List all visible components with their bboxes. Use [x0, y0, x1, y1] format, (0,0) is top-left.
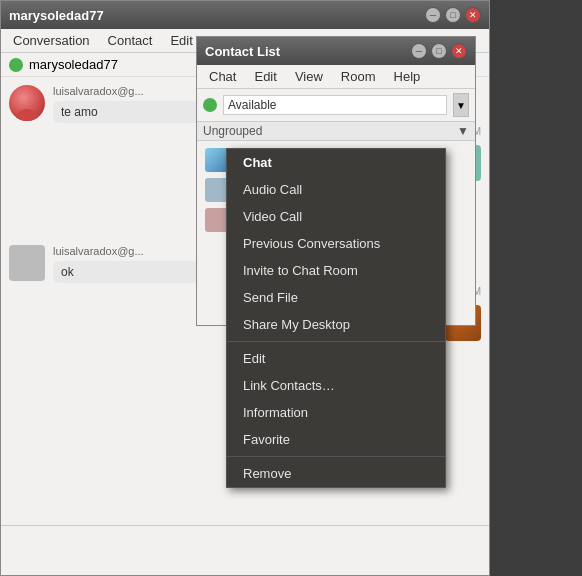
context-menu: Chat Audio Call Video Call Previous Conv…: [226, 148, 446, 488]
contact-room-menu[interactable]: Room: [333, 67, 384, 86]
contact-titlebar: Contact List ─ □ ✕: [197, 37, 475, 65]
status-indicator: [203, 98, 217, 112]
context-menu-previous-conversations[interactable]: Previous Conversations: [227, 230, 445, 257]
context-menu-invite-chat-room[interactable]: Invite to Chat Room: [227, 257, 445, 284]
chat-titlebar: marysoledad77 ─ □ ✕: [1, 1, 489, 29]
avatar-luisalvarado: [9, 85, 45, 121]
contact-view-menu[interactable]: View: [287, 67, 331, 86]
context-menu-separator-1: [227, 341, 445, 342]
chat-username: marysoledad77: [29, 57, 118, 72]
contact-help-menu[interactable]: Help: [386, 67, 429, 86]
context-menu-edit[interactable]: Edit: [227, 345, 445, 372]
ungrouped-arrow: ▼: [457, 124, 469, 138]
context-menu-video-call[interactable]: Video Call: [227, 203, 445, 230]
minimize-button[interactable]: ─: [425, 7, 441, 23]
contact-list-title: Contact List: [205, 44, 280, 59]
status-select[interactable]: Available Away Busy Offline: [223, 95, 447, 115]
status-bar: Available Away Busy Offline ▼: [197, 89, 475, 122]
titlebar-buttons: ─ □ ✕: [425, 7, 481, 23]
contact-menu[interactable]: Contact: [100, 31, 161, 50]
conversation-menu[interactable]: Conversation: [5, 31, 98, 50]
context-menu-link-contacts[interactable]: Link Contacts…: [227, 372, 445, 399]
context-menu-chat[interactable]: Chat: [227, 149, 445, 176]
context-menu-remove[interactable]: Remove: [227, 460, 445, 487]
context-menu-audio-call[interactable]: Audio Call: [227, 176, 445, 203]
contact-maximize-button[interactable]: □: [431, 43, 447, 59]
ungrouped-label: Ungrouped: [203, 124, 262, 138]
close-button[interactable]: ✕: [465, 7, 481, 23]
contact-menubar: Chat Edit View Room Help: [197, 65, 475, 89]
context-menu-send-file[interactable]: Send File: [227, 284, 445, 311]
contact-titlebar-buttons: ─ □ ✕: [411, 43, 467, 59]
contact-close-button[interactable]: ✕: [451, 43, 467, 59]
contact-chat-menu[interactable]: Chat: [201, 67, 244, 86]
ungrouped-header: Ungrouped ▼: [197, 122, 475, 141]
contact-minimize-button[interactable]: ─: [411, 43, 427, 59]
chat-input-area[interactable]: [1, 525, 489, 575]
user-status-icon: [9, 58, 23, 72]
status-dropdown-arrow[interactable]: ▼: [453, 93, 469, 117]
contact-edit-menu[interactable]: Edit: [246, 67, 284, 86]
context-menu-favorite[interactable]: Favorite: [227, 426, 445, 453]
avatar-placeholder: [9, 245, 45, 281]
context-menu-share-desktop[interactable]: Share My Desktop: [227, 311, 445, 338]
context-menu-information[interactable]: Information: [227, 399, 445, 426]
context-menu-separator-2: [227, 456, 445, 457]
chat-window-title: marysoledad77: [9, 8, 104, 23]
maximize-button[interactable]: □: [445, 7, 461, 23]
